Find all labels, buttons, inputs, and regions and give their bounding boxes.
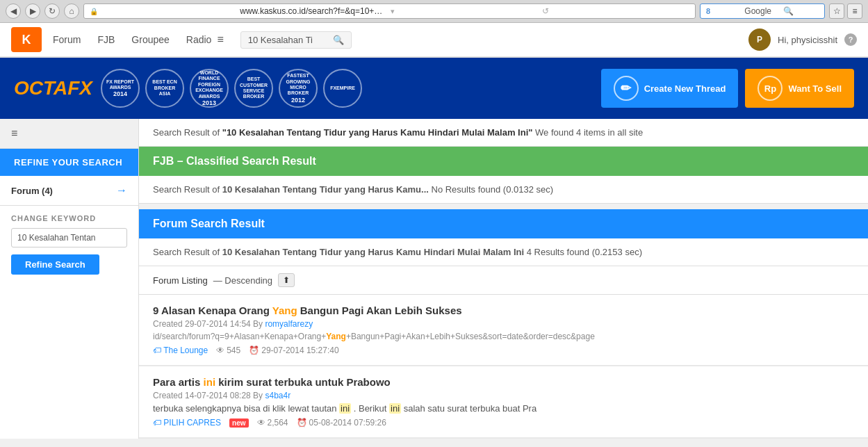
descending-label: — Descending (213, 275, 272, 286)
thread-item: Para artis ini kirim surat terbuka untuk… (139, 366, 868, 439)
thread-2-link[interactable]: Para artis ini kirim surat terbuka untuk… (153, 376, 391, 388)
nav-search-box[interactable]: 10 Kesalahan Ti 🔍 (240, 31, 352, 49)
thread-item: 9 Alasan Kenapa Orang Yang Bangun Pagi A… (139, 295, 868, 366)
thread-2-title-highlight: ini (204, 376, 216, 388)
award-badges: FX REPORT AWARDS 2014 BEST ECN BROKER AS… (101, 69, 362, 108)
user-name-label: Hi, physicisshit (778, 35, 837, 45)
thread-1-title-highlight: Yang (272, 304, 297, 316)
thread-2-meta: Created 14-07-2014 08:28 By s4ba4r (153, 391, 854, 400)
thread-1-title[interactable]: 9 Alasan Kenapa Orang Yang Bangun Pagi A… (153, 304, 854, 316)
forward-button[interactable]: ▶ (25, 3, 40, 19)
user-area: P Hi, physicisshit ? (748, 29, 857, 51)
nav-radio[interactable]: Radio (186, 34, 212, 45)
refresh-button[interactable]: ↻ (44, 3, 60, 19)
thread-2-tag-capres[interactable]: PILIH CAPRES (153, 418, 221, 428)
thread-1-title-after: Bangun Pagi Akan Lebih Sukses (297, 304, 462, 316)
view-icon-2: 👁 (257, 418, 265, 428)
want-to-sell-button[interactable]: Rp Want To Sell (745, 69, 854, 108)
thread-1-title-before: 9 Alasan Kenapa Orang (153, 304, 272, 316)
nav-fjb[interactable]: FJB (97, 34, 115, 45)
forum-filter-label: Forum (4) (11, 186, 53, 196)
sell-icon: Rp (758, 76, 783, 101)
banner-logo-area: OCTAFX FX REPORT AWARDS 2014 BEST ECN BR… (14, 69, 362, 108)
search-result-header: Search Result of "10 Kesalahan Tentang T… (139, 119, 868, 147)
thread-1-meta: Created 29-07-2014 14:54 By romyalfarezy (153, 319, 854, 329)
top-navigation: K Forum FJB Groupee Radio ≡ 10 Kesalahan… (0, 23, 868, 58)
award-badge-5: FASTEST GROWING MICRO BROKER 2012 (279, 69, 318, 108)
award-badge-6: FXEMPIRE (323, 69, 362, 108)
create-thread-icon: ✏ (614, 76, 639, 101)
thread-2-title-before: Para artis (153, 376, 204, 388)
content-wrapper: ≡ REFINE YOUR SEARCH Forum (4) → CHANGE … (0, 119, 868, 439)
forum-filter-arrow-icon: → (116, 184, 127, 197)
clock-icon: ⏰ (249, 346, 259, 355)
nav-links: Forum FJB Groupee Radio (53, 34, 211, 45)
url-bar[interactable]: 🔒 www.kaskus.co.id/search?f=&q=10+Kesala… (83, 3, 696, 19)
result-prefix: Search Result of (153, 127, 222, 138)
forum-search-body: Search Result of 10 Kesalahan Tentang Ti… (139, 238, 868, 266)
thread-1-views: 👁 545 (216, 346, 240, 355)
thread-1-url: id/search/forum?q=9+Alasan+Kenapa+Orang+… (153, 332, 854, 341)
thread-1-date: ⏰ 29-07-2014 15:27:40 (249, 346, 338, 355)
fjb-section-body: Search Result of 10 Kesalahan Tentang Ti… (139, 176, 868, 204)
award-badge-3: WORLD FINANCE FOREIGN EXCHANGE AWARDS 20… (190, 69, 229, 108)
keyword-input[interactable] (11, 228, 127, 247)
sidebar-toggle[interactable]: ≡ (0, 119, 138, 149)
forum-filter[interactable]: Forum (4) → (0, 176, 138, 206)
ssl-icon: ▾ (391, 7, 538, 16)
user-avatar[interactable]: P (748, 29, 771, 51)
thread-1-link[interactable]: 9 Alasan Kenapa Orang Yang Bangun Pagi A… (153, 304, 462, 316)
home-button[interactable]: ⌂ (64, 3, 79, 19)
thread-1-author-link[interactable]: romyalfarezy (265, 319, 313, 329)
result-suffix: We found 4 items in all site (535, 127, 643, 138)
nav-groupee[interactable]: Groupee (131, 34, 169, 45)
advertisement-banner: OCTAFX FX REPORT AWARDS 2014 BEST ECN BR… (0, 58, 868, 119)
help-icon[interactable]: ? (844, 33, 857, 46)
nav-search-icon[interactable]: 🔍 (333, 35, 344, 45)
left-sidebar: ≡ REFINE YOUR SEARCH Forum (4) → CHANGE … (0, 119, 139, 439)
thread-1-tag-lounge[interactable]: The Lounge (153, 346, 208, 355)
thread-2-title[interactable]: Para artis ini kirim surat terbuka untuk… (153, 376, 854, 388)
forum-search-header: Forum Search Result (139, 209, 868, 238)
nav-forum[interactable]: Forum (53, 34, 81, 45)
bookmark-star-button[interactable]: ☆ (829, 3, 844, 19)
fjb-result-suffix: No Results found (0.0132 sec) (432, 184, 554, 195)
award-badge-1: FX REPORT AWARDS 2014 (101, 69, 140, 108)
main-content: Search Result of "10 Kesalahan Tentang T… (139, 119, 868, 439)
forum-listing-label: Forum Listing (153, 275, 208, 286)
fjb-section-header: FJB – Classified Search Result (139, 147, 868, 176)
thread-2-date: ⏰ 05-08-2014 07:59:26 (297, 418, 386, 428)
browser-action-buttons: ☆ ≡ (829, 3, 862, 19)
thread-2-author-link[interactable]: s4ba4r (265, 391, 290, 400)
fjb-result-prefix: Search Result of (153, 184, 222, 195)
search-query: "10 Kesalahan Tentang Tidur yang Harus K… (222, 127, 533, 138)
change-keyword-section: CHANGE KEYWORD Refine Search (0, 206, 138, 283)
hamburger-menu-icon[interactable]: ≡ (217, 33, 223, 46)
browser-search-bar[interactable]: 8 Google 🔍 (700, 3, 825, 19)
view-icon: 👁 (216, 346, 224, 355)
new-badge: new (229, 418, 248, 428)
forum-result-suffix: 4 Results found (0.2153 sec) (527, 247, 642, 257)
award-badge-4: BEST CUSTOMER SERVICE BROKER (234, 69, 273, 108)
thread-2-views: 👁 2,564 (257, 418, 288, 428)
refine-search-button[interactable]: REFINE YOUR SEARCH (0, 149, 138, 176)
lock-icon: 🔒 (90, 8, 237, 15)
thread-2-tags: PILIH CAPRES new 👁 2,564 ⏰ 05-08-2014 07… (153, 418, 854, 428)
forum-listing-bar: Forum Listing — Descending ⬆ (139, 266, 868, 295)
back-button[interactable]: ◀ (6, 3, 21, 19)
thread-1-tags: The Lounge 👁 545 ⏰ 29-07-2014 15:27:40 (153, 346, 854, 355)
refine-search-submit-button[interactable]: Refine Search (11, 254, 99, 275)
banner-cta-buttons: ✏ Create New Thread Rp Want To Sell (601, 69, 854, 108)
nav-search-text: 10 Kesalahan Ti (248, 35, 327, 45)
sort-icon[interactable]: ⬆ (278, 273, 295, 287)
create-new-thread-button[interactable]: ✏ Create New Thread (601, 69, 739, 108)
change-keyword-label: CHANGE KEYWORD (11, 214, 127, 222)
refresh-icon[interactable]: ↺ (542, 6, 689, 16)
reader-view-button[interactable]: ≡ (847, 3, 862, 19)
kaskus-logo[interactable]: K (11, 27, 42, 52)
award-badge-2: BEST ECN BROKER ASIA (145, 69, 184, 108)
fjb-query: 10 Kesalahan Tentang Tidur yang Harus Ka… (222, 184, 429, 195)
forum-query: 10 Kesalahan Tentang Tidur yang Harus Ka… (222, 247, 524, 257)
url-text: www.kaskus.co.id/search?f=&q=10+Kesalaha… (240, 6, 387, 16)
browser-search-icon[interactable]: 🔍 (783, 6, 819, 16)
